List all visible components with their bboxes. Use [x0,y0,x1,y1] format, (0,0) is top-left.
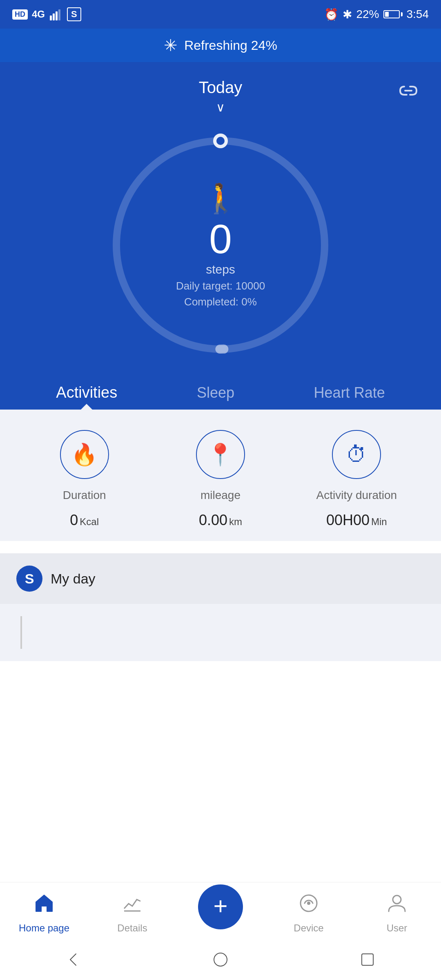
mileage-circle: 📍 [196,430,245,479]
recents-button[interactable] [355,947,380,972]
steps-label: steps [206,263,235,276]
activity-stats: 🔥 Duration 0 Kcal 📍 mileage 0.00 km ⏱ Ac… [16,430,425,529]
steps-ring: 🚶 0 steps Daily target: 10000 Completed:… [106,131,335,359]
svg-rect-3 [58,9,60,20]
add-button[interactable]: + [198,884,243,929]
system-nav [0,939,441,980]
alarm-icon: ⏰ [324,8,339,21]
steps-ring-container: 🚶 0 steps Daily target: 10000 Completed:… [0,122,441,376]
link-icon[interactable] [396,80,421,105]
status-right: ⏰ ✱ 22% 3:54 [324,8,429,21]
activity-duration-unit: Min [371,516,387,528]
my-day-section: S My day [0,553,441,604]
s-app-badge: S [67,7,81,21]
user-icon [386,892,408,919]
hd-badge: HD [12,9,28,20]
home-button[interactable] [208,947,233,972]
nav-details[interactable]: Details [88,892,176,934]
svg-rect-2 [56,11,58,20]
flame-icon: 🔥 [71,442,98,467]
back-button[interactable] [61,947,86,972]
activity-duration-label: Activity duration [316,489,397,502]
mileage-number: 0.00 [199,512,227,529]
svg-rect-1 [53,13,55,20]
tab-sleep[interactable]: Sleep [185,376,247,410]
nav-user[interactable]: User [353,892,441,934]
stat-activity-duration: ⏱ Activity duration 00H00 Min [289,430,425,529]
duration-label: Duration [63,489,106,502]
signal-bars-icon [49,7,63,21]
activity-duration-value: 00H00 Min [326,512,387,529]
my-day-label: My day [51,571,96,587]
status-left: HD 4G S [12,7,81,21]
device-label: Device [294,922,323,934]
svg-rect-0 [50,16,52,20]
nav-home[interactable]: Home page [0,892,88,934]
bottom-nav: Home page Details + Device [0,882,441,939]
stat-mileage: 📍 mileage 0.00 km [152,430,288,529]
device-icon [298,892,320,919]
svg-rect-14 [362,954,373,965]
activity-tabs: Activities Sleep Heart Rate [0,376,441,410]
content-area [0,604,441,661]
stat-duration: 🔥 Duration 0 Kcal [16,430,152,529]
stats-section: 🔥 Duration 0 Kcal 📍 mileage 0.00 km ⏱ Ac… [0,410,441,541]
status-bar: HD 4G S ⏰ ✱ 22% 3:54 [0,0,441,29]
chevron-down-icon[interactable]: ∨ [216,100,225,114]
today-label[interactable]: Today [199,78,243,97]
add-icon: + [213,894,227,918]
svg-point-11 [307,902,310,905]
mileage-label: mileage [200,489,241,502]
vertical-divider [20,616,22,649]
details-label: Details [117,922,147,934]
location-icon: 📍 [207,442,234,467]
steps-value: 0 [209,218,232,259]
duration-unit: Kcal [80,516,99,528]
svg-point-12 [393,895,401,904]
svg-point-13 [214,953,227,966]
tab-heart-rate[interactable]: Heart Rate [302,376,397,410]
duration-circle: 🔥 [60,430,109,479]
mileage-unit: km [229,516,242,528]
ring-inner: 🚶 0 steps Daily target: 10000 Completed:… [176,182,265,308]
nav-device[interactable]: Device [265,892,353,934]
blue-section: ✳ Refreshing 24% Today ∨ [0,29,441,410]
clock-icon: ⏱ [346,442,367,467]
refresh-icon: ✳ [164,36,178,55]
duration-value: 0 Kcal [70,512,99,529]
tab-activities[interactable]: Activities [44,376,129,410]
duration-number: 0 [70,512,78,529]
user-label: User [387,922,408,934]
svg-point-8 [216,137,225,145]
steps-completed: Completed: 0% [184,296,257,308]
bluetooth-icon: ✱ [343,8,352,21]
time-display: 3:54 [407,8,429,21]
header: Today ∨ [0,62,441,122]
battery-percent: 22% [356,8,379,21]
refresh-bar: ✳ Refreshing 24% [0,29,441,62]
steps-target: Daily target: 10000 [176,280,265,292]
home-icon [33,892,55,919]
details-icon [121,892,143,919]
home-label: Home page [19,922,69,934]
activity-duration-number: 00H00 [326,512,370,529]
walk-icon: 🚶 [203,182,238,215]
battery-icon [383,10,403,18]
network-badge: 4G [32,9,45,20]
mileage-value: 0.00 km [199,512,242,529]
today-container: Today ∨ [199,78,243,114]
activity-duration-circle: ⏱ [332,430,381,479]
refresh-text: Refreshing 24% [184,38,277,53]
s-avatar: S [16,566,42,592]
nav-add[interactable]: + [176,897,265,929]
